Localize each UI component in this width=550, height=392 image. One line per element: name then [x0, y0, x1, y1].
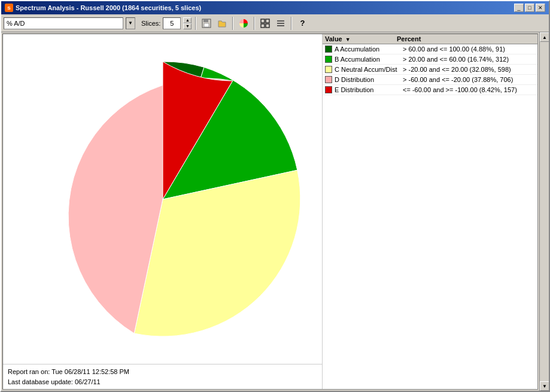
legend-label-0: A Accumulation — [335, 45, 400, 53]
legend-col-percent-label: Percent — [397, 35, 421, 42]
app-icon: S — [5, 4, 13, 12]
slices-increment[interactable]: ▲ — [183, 17, 192, 23]
toolbar-separator-1 — [195, 17, 196, 30]
chart-pie-button[interactable] — [237, 17, 250, 30]
legend-area: Value ▼ Percent A Accumulation> 60.00 an… — [322, 34, 537, 389]
legend-range-3: > -60.00 and <= -20.00 (37.88%, 706) — [403, 76, 513, 83]
content-area: Report ran on: Tue 06/28/11 12:52:58 PM … — [1, 32, 549, 391]
scroll-up-button[interactable]: ▲ — [540, 32, 549, 42]
indicator-value: % A/D — [7, 20, 25, 27]
toolbar: % A/D ▼ Slices: ▲ ▼ — [1, 14, 549, 32]
scroll-down-button[interactable]: ▼ — [540, 381, 549, 391]
footer: Report ran on: Tue 06/28/11 12:52:58 PM … — [3, 364, 322, 389]
legend-col-value: Value ▼ — [325, 35, 397, 42]
pie-container — [3, 34, 322, 364]
legend-range-0: > 60.00 and <= 100.00 (4.88%, 91) — [403, 45, 505, 53]
legend-color-2 — [325, 66, 332, 73]
svg-rect-5 — [266, 19, 269, 23]
footer-line2: Last database update: 06/27/11 — [8, 377, 317, 387]
svg-rect-4 — [261, 19, 265, 23]
svg-rect-1 — [203, 19, 208, 22]
legend-header: Value ▼ Percent — [323, 34, 537, 44]
minimize-button[interactable]: _ — [514, 4, 524, 12]
legend-range-1: > 20.00 and <= 60.00 (16.74%, 312) — [403, 56, 509, 63]
slices-input[interactable] — [163, 17, 181, 29]
pie-chart — [16, 53, 309, 346]
svg-rect-7 — [266, 24, 269, 28]
legend-range-4: <= -60.00 and >= -100.00 (8.42%, 157) — [403, 86, 517, 93]
main-panel: Report ran on: Tue 06/28/11 12:52:58 PM … — [2, 34, 538, 390]
legend-value-label: Value — [325, 35, 342, 42]
svg-rect-2 — [204, 23, 209, 27]
indicator-dropdown[interactable]: % A/D — [4, 17, 123, 29]
legend-label-1: B Accumulation — [335, 56, 400, 63]
legend-row-d-distribution: D Distribution> -60.00 and <= -20.00 (37… — [323, 75, 537, 85]
legend-color-3 — [325, 76, 332, 83]
grid-button[interactable] — [259, 17, 272, 30]
legend-color-0 — [325, 45, 332, 53]
svg-rect-6 — [261, 24, 265, 28]
scroll-track — [540, 42, 549, 381]
legend-color-4 — [325, 86, 332, 93]
toolbar-separator-2 — [232, 17, 233, 30]
scrollbar-vertical: ▲ ▼ — [539, 32, 549, 391]
legend-row-a-accumulation: A Accumulation> 60.00 and <= 100.00 (4.8… — [323, 44, 537, 54]
save-button[interactable] — [200, 17, 213, 30]
legend-row-b-accumulation: B Accumulation> 20.00 and <= 60.00 (16.7… — [323, 54, 537, 65]
help-icon: ? — [300, 19, 305, 28]
slices-label: Slices: — [141, 20, 160, 27]
indicator-dropdown-arrow[interactable]: ▼ — [126, 17, 135, 29]
legend-row-c-neutral-accum/dist: C Neutral Accum/Dist> -20.00 and <= 20.0… — [323, 65, 537, 75]
list-button[interactable] — [274, 17, 287, 30]
main-window: S Spectrum Analysis - Russell 2000 (1864… — [0, 0, 550, 392]
window-title: Spectrum Analysis - Russell 2000 (1864 s… — [16, 4, 201, 11]
footer-line1: Report ran on: Tue 06/28/11 12:52:58 PM — [8, 367, 317, 377]
toolbar-separator-4 — [291, 17, 292, 30]
slices-decrement[interactable]: ▼ — [183, 23, 192, 29]
open-button[interactable] — [215, 17, 229, 30]
legend-label-4: E Distribution — [335, 86, 400, 93]
legend-range-2: > -20.00 and <= 20.00 (32.08%, 598) — [403, 66, 511, 73]
legend-rows: A Accumulation> 60.00 and <= 100.00 (4.8… — [323, 44, 537, 95]
close-button[interactable]: ✕ — [536, 4, 545, 12]
maximize-button[interactable]: □ — [525, 4, 534, 12]
toolbar-separator-3 — [254, 17, 255, 30]
legend-sort-icon[interactable]: ▼ — [345, 37, 351, 42]
legend-label-2: C Neutral Accum/Dist — [335, 66, 400, 73]
legend-color-1 — [325, 56, 332, 63]
legend-label-3: D Distribution — [335, 76, 400, 83]
chart-area: Report ran on: Tue 06/28/11 12:52:58 PM … — [3, 34, 322, 389]
help-button[interactable]: ? — [296, 17, 309, 30]
legend-row-e-distribution: E Distribution<= -60.00 and >= -100.00 (… — [323, 85, 537, 95]
title-bar: S Spectrum Analysis - Russell 2000 (1864… — [1, 1, 549, 14]
